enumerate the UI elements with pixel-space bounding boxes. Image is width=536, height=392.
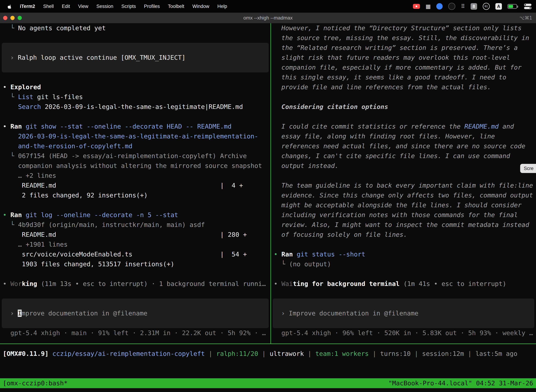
gauge-badge-icon[interactable]: 61 xyxy=(483,3,490,10)
terminal-line: essay file, along with finding root file… xyxy=(271,131,536,141)
tmux-pane-divider-vertical xyxy=(270,23,271,344)
terminal-line: Search 2026-03-09-is-legal-the-same-as-l… xyxy=(0,102,270,112)
terminal-line: I could cite commit statistics or refere… xyxy=(271,121,536,131)
blank-line xyxy=(271,240,536,249)
battery-icon[interactable] xyxy=(507,4,518,9)
input-source-icon[interactable]: A xyxy=(495,3,502,10)
terminal-line: └ (no output) xyxy=(271,259,536,269)
menu-window[interactable]: Window xyxy=(192,4,209,9)
terminal-line: 1903 files changed, 513517 insertions(+) xyxy=(0,259,270,269)
window-shortcut-hint: ⌥⌘1 xyxy=(519,15,532,21)
tmux-pane-divider-horizontal xyxy=(0,344,536,344)
model-status-line: gpt-5.4 xhigh · main · 91% left · 2.31M … xyxy=(0,328,270,338)
terminal-line: └ 4b9d30f (origin/main, instructkr/main,… xyxy=(0,220,270,230)
terminal-line: … +2 lines xyxy=(0,171,270,181)
minimize-button[interactable] xyxy=(10,16,14,20)
blank-line xyxy=(271,171,536,181)
dots-grid-icon[interactable]: ⠿ xyxy=(461,4,465,9)
terminal-line: this single essay, it seems like a good … xyxy=(271,72,536,82)
ran-git-log: • Ran git log --oneline --decorate -n 5 … xyxy=(0,210,270,220)
diffstat-line: src/voice/voiceModeEnabled.ts| 54 + xyxy=(0,249,270,259)
menu-items: iTerm2ShellEditViewSessionScriptsProfile… xyxy=(20,4,227,9)
terminal-line: companion file, especially if more comme… xyxy=(271,62,536,72)
terminal-line: and-the-erosion-of-copyleft.md xyxy=(0,141,270,151)
terminal-line: changes, I can't cite specific file line… xyxy=(271,151,536,161)
terminal-line: including verification notes with those … xyxy=(271,210,536,220)
menu-help[interactable]: Help xyxy=(217,4,227,9)
terminal-line: might be acceptable alongside the file l… xyxy=(271,200,536,210)
terminal-line: review. Also, I might want to inspect th… xyxy=(271,220,536,230)
omx-status-line: [OMX#0.11.9] cczip/essay/ai-reimplementa… xyxy=(0,349,536,359)
ran-git-show: • Ran git show --stat --oneline --decora… xyxy=(0,121,270,131)
apple-menu-icon[interactable] xyxy=(7,4,12,9)
window-title-bar[interactable]: omx --xhigh --madmax ⌥⌘1 xyxy=(0,13,536,23)
keyboard-viewer-icon[interactable]: ▦ xyxy=(426,4,431,9)
blank-line xyxy=(271,269,536,279)
menu-view[interactable]: View xyxy=(78,4,88,9)
terminal-line: companion analysis without altering the … xyxy=(0,161,270,171)
control-center-icon[interactable] xyxy=(524,4,531,9)
zoom-button[interactable] xyxy=(18,16,22,20)
working-status: • Working (11m 13s • esc to interrupt) ·… xyxy=(0,279,270,289)
terminal-line: the “Related research writing” section i… xyxy=(271,43,536,53)
prompt-input[interactable]: › Improve documentation in @filename xyxy=(2,299,269,328)
blank-line xyxy=(271,92,536,102)
terminal-line: └ No agents completed yet xyxy=(0,23,270,33)
blank-line xyxy=(271,289,536,299)
screen-recording-indicator-icon[interactable] xyxy=(413,4,420,9)
window-traffic-lights xyxy=(3,16,22,20)
menu-toolbelt[interactable]: Toolbelt xyxy=(168,4,184,9)
diffstat-line: README.md| 4 + xyxy=(0,181,270,190)
diffstat-line: README.md| 280 + xyxy=(0,230,270,240)
menu-scripts[interactable]: Scripts xyxy=(121,4,136,9)
tmux-session-window: [omx-cczip0:bash* xyxy=(3,378,67,388)
menu-iterm2[interactable]: iTerm2 xyxy=(20,4,35,9)
screen-sharing-overlay[interactable]: Scre xyxy=(520,164,536,173)
blank-line xyxy=(0,289,270,299)
menu-bar-left: iTerm2ShellEditViewSessionScriptsProfile… xyxy=(0,4,227,9)
tmux-pane-right[interactable]: However, I noticed the “Directory Struct… xyxy=(271,23,536,344)
tmux-status-bar: [omx-cczip0:bash* "MacBook-Pro-44.local"… xyxy=(0,378,536,388)
terminal-line: provide file and line references from th… xyxy=(271,82,536,92)
menu-edit[interactable]: Edit xyxy=(62,4,70,9)
terminal-line: references need actual files, and since … xyxy=(271,141,536,151)
terminal-content: └ No agents completed yet› Ralph loop ac… xyxy=(0,23,536,392)
waiting-status: • Waiting for background terminal (1m 41… xyxy=(271,279,536,289)
blank-line xyxy=(0,72,270,82)
terminal-line: However, I noticed the “Directory Struct… xyxy=(271,23,536,33)
tmux-pane-left[interactable]: └ No agents completed yet› Ralph loop ac… xyxy=(0,23,270,344)
explored-header: • Explored xyxy=(0,82,270,92)
terminal-line: 2026-03-09-is-legal-the-same-as-legitima… xyxy=(0,131,270,141)
prompt-input[interactable]: › Improve documentation in @filename xyxy=(273,299,534,328)
terminal-line: the source tree, missing the essay. Stil… xyxy=(271,33,536,43)
tmux-host-clock: "MacBook-Pro-44.local" 04:52 31-Mar-26 xyxy=(388,378,533,388)
blank-line xyxy=(271,112,536,121)
menu-bar-status-icons: ▦⠿861A xyxy=(413,3,536,10)
ran-git-status: • Ran git status --short xyxy=(271,249,536,259)
window-title: omx --xhigh --madmax xyxy=(0,15,536,21)
macos-menu-bar: iTerm2ShellEditViewSessionScriptsProfile… xyxy=(0,0,536,13)
blank-line xyxy=(0,200,270,210)
terminal-line: └ List git ls-files xyxy=(0,92,270,102)
dark-app-status-icon[interactable] xyxy=(448,3,455,10)
terminal-line: 2 files changed, 92 insertions(+) xyxy=(0,190,270,200)
terminal-line: The team guideline is to back every impo… xyxy=(271,181,536,190)
blank-line xyxy=(0,33,270,43)
thinking-header: Considering citation options xyxy=(271,102,536,112)
terminal-line: └ 067f154 (HEAD -> essay/ai-reimplementa… xyxy=(0,151,270,161)
ralph-inject-banner: › Ralph loop active continue [OMX_TMUX_I… xyxy=(2,43,269,72)
menu-shell[interactable]: Shell xyxy=(43,4,54,9)
terminal-line: slight risk that future readers may over… xyxy=(271,53,536,62)
menu-session[interactable]: Session xyxy=(96,4,113,9)
terminal-line: evidence. Since this change only affects… xyxy=(271,190,536,200)
menu-profiles[interactable]: Profiles xyxy=(144,4,160,9)
blank-line xyxy=(0,269,270,279)
terminal-line: output instead. xyxy=(271,161,536,171)
model-status-line: gpt-5.4 xhigh · 96% left · 520K in · 5.8… xyxy=(271,328,536,338)
close-button[interactable] xyxy=(3,16,7,20)
blue-app-status-icon[interactable] xyxy=(436,3,443,9)
terminal-line: … +1901 lines xyxy=(0,240,270,249)
password-key-icon[interactable]: 8 xyxy=(471,3,477,10)
blank-line xyxy=(0,112,270,121)
terminal-line: of focusing solely on file lines. xyxy=(271,230,536,240)
